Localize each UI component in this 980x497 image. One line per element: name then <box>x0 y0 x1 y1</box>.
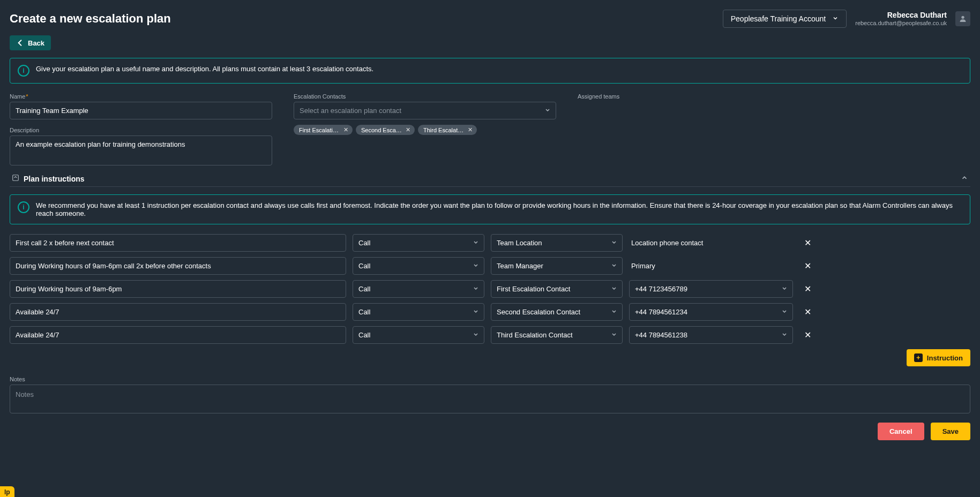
name-label: Name* <box>10 93 272 100</box>
name-field[interactable] <box>10 102 272 119</box>
description-field[interactable] <box>10 135 272 165</box>
intro-banner: i Give your escalation plan a useful nam… <box>10 58 970 84</box>
escalation-contacts-label: Escalation Contacts <box>294 93 556 100</box>
instruction-description-field[interactable] <box>10 257 346 275</box>
instruction-row: ✕ <box>10 280 970 298</box>
instruction-phone-text: Location phone contact <box>629 239 793 247</box>
back-button[interactable]: Back <box>10 35 51 50</box>
notes-label: Notes <box>10 376 970 382</box>
instruction-row: Primary✕ <box>10 257 970 275</box>
plan-instructions-banner: i We recommend you have at least 1 instr… <box>10 194 970 224</box>
description-label: Description <box>10 127 272 133</box>
escalation-contacts-select[interactable] <box>294 102 556 119</box>
contact-chips: First Escalation C...✕Second Escalatio..… <box>294 125 556 135</box>
instruction-method-select[interactable] <box>353 234 484 252</box>
close-icon[interactable]: ✕ <box>804 261 811 271</box>
instruction-phone-text: Primary <box>629 262 793 270</box>
instruction-contact-select[interactable] <box>491 326 623 344</box>
add-instruction-button[interactable]: + Instruction <box>907 349 970 366</box>
instruction-contact-select[interactable] <box>491 280 623 298</box>
chevron-down-icon <box>832 14 839 23</box>
required-star-icon: * <box>26 93 28 100</box>
close-icon[interactable]: ✕ <box>804 238 811 248</box>
close-icon[interactable]: ✕ <box>406 126 410 133</box>
contact-chip: Second Escalatio...✕ <box>356 125 415 135</box>
back-label: Back <box>28 39 44 47</box>
close-icon[interactable]: ✕ <box>468 126 473 133</box>
instruction-method-select[interactable] <box>353 280 484 298</box>
chip-label: First Escalation C... <box>299 127 340 133</box>
account-selector[interactable]: Peoplesafe Training Account <box>723 10 847 28</box>
instruction-contact-select[interactable] <box>491 257 623 275</box>
instruction-contact-select[interactable] <box>491 234 623 252</box>
close-icon[interactable]: ✕ <box>804 284 811 294</box>
cancel-button[interactable]: Cancel <box>878 423 924 440</box>
chevron-up-icon <box>961 174 968 183</box>
user-info: Rebecca Duthart rebecca.duthart@peoplesa… <box>855 11 947 27</box>
user-email: rebecca.duthart@peoplesafe.co.uk <box>855 20 947 27</box>
instruction-method-select[interactable] <box>353 326 484 344</box>
plan-instructions-banner-text: We recommend you have at least 1 instruc… <box>36 201 962 217</box>
chip-label: Third Escalation ... <box>423 127 465 133</box>
intro-banner-text: Give your escalation plan a useful name … <box>36 65 373 73</box>
instruction-row: Location phone contact✕ <box>10 234 970 252</box>
instruction-description-field[interactable] <box>10 303 346 321</box>
instruction-phone-select[interactable] <box>629 326 793 344</box>
chip-label: Second Escalatio... <box>361 127 402 133</box>
contact-chip: Third Escalation ...✕ <box>418 125 477 135</box>
info-icon: i <box>18 201 29 213</box>
help-tab[interactable]: lp <box>0 486 14 497</box>
save-button[interactable]: Save <box>931 423 970 440</box>
assigned-teams-label: Assigned teams <box>578 93 970 100</box>
instruction-row: ✕ <box>10 303 970 321</box>
instruction-phone-select[interactable] <box>629 303 793 321</box>
instruction-method-select[interactable] <box>353 257 484 275</box>
account-selector-label: Peoplesafe Training Account <box>731 14 826 23</box>
instruction-description-field[interactable] <box>10 326 346 344</box>
plan-instructions-title: Plan instructions <box>24 175 85 183</box>
name-label-text: Name <box>10 93 25 100</box>
notes-field[interactable] <box>10 385 970 413</box>
instruction-phone-select[interactable] <box>629 280 793 298</box>
instruction-description-field[interactable] <box>10 234 346 252</box>
page-title: Create a new escalation plan <box>10 12 171 26</box>
expand-icon <box>12 174 19 183</box>
instruction-contact-select[interactable] <box>491 303 623 321</box>
svg-point-0 <box>961 16 964 19</box>
contact-chip: First Escalation C...✕ <box>294 125 353 135</box>
instruction-method-select[interactable] <box>353 303 484 321</box>
arrow-left-icon <box>16 39 25 47</box>
user-name: Rebecca Duthart <box>855 11 947 20</box>
close-icon[interactable]: ✕ <box>804 307 811 317</box>
add-instruction-label: Instruction <box>927 354 963 362</box>
user-icon <box>959 14 967 23</box>
info-icon: i <box>18 65 29 77</box>
close-icon[interactable]: ✕ <box>343 126 348 133</box>
close-icon[interactable]: ✕ <box>804 330 811 340</box>
instruction-row: ✕ <box>10 326 970 344</box>
plan-instructions-header[interactable]: Plan instructions <box>10 171 970 187</box>
instruction-description-field[interactable] <box>10 280 346 298</box>
plus-icon: + <box>914 353 923 362</box>
avatar[interactable] <box>955 11 970 26</box>
